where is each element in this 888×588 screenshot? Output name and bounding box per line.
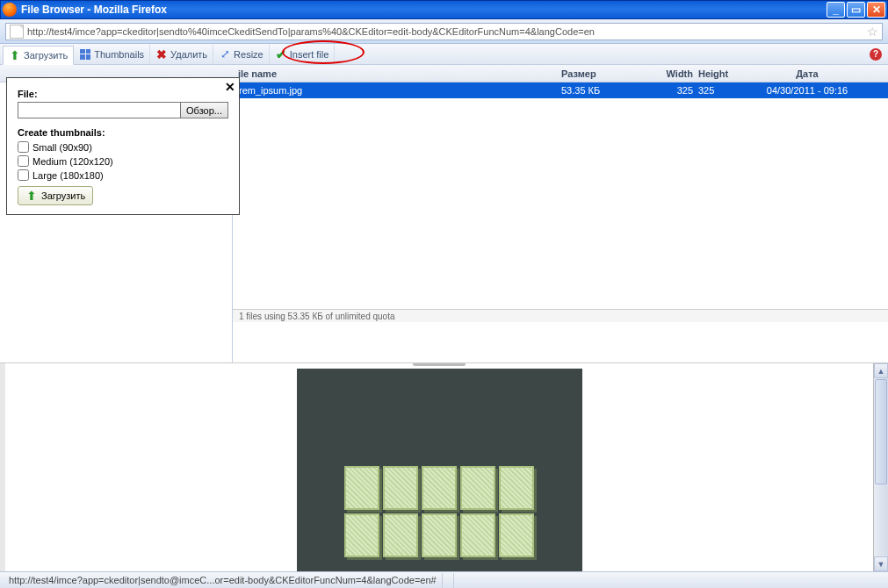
upload-button[interactable]: ⬆ Загрузить [3, 46, 74, 65]
thumb-large-checkbox[interactable] [18, 169, 29, 181]
thumbnails-icon [79, 48, 91, 61]
insert-label: Insert file [290, 49, 329, 60]
cell-size: 53.35 КБ [561, 85, 649, 96]
file-label: File: [18, 89, 228, 99]
statusbar: http://test4/imce?app=ckeditor|sendto@im… [0, 571, 888, 588]
bookmark-star-icon[interactable]: ☆ [867, 25, 878, 39]
resize-handle[interactable] [413, 363, 466, 366]
delete-label: Удалить [170, 49, 207, 60]
thumbnails-button[interactable]: Thumbnails [74, 45, 150, 64]
scroll-thumb[interactable] [875, 379, 887, 484]
preview-main [5, 363, 873, 571]
header-size[interactable]: Размер [561, 68, 649, 79]
close-button[interactable]: ✕ [867, 2, 885, 18]
resize-label: Resize [234, 49, 264, 60]
thumbnails-label: Thumbnails [94, 49, 144, 60]
page-icon [10, 25, 24, 39]
thumb-small-checkbox[interactable] [18, 141, 29, 153]
upload-icon: ⬆ [25, 190, 38, 202]
dialog-close-icon[interactable]: ✕ [225, 80, 235, 94]
imce-toolbar: ⬆ Загрузить Thumbnails ✖ Удалить ⤢ Resiz… [0, 44, 888, 65]
delete-icon: ✖ [155, 48, 168, 61]
addressbar[interactable]: http://test4/imce?app=ckeditor|sendto%40… [5, 23, 883, 40]
preview-image [297, 369, 582, 571]
upload-icon: ⬆ [9, 49, 21, 61]
delete-button[interactable]: ✖ Удалить [150, 45, 213, 64]
window-title: File Browser - Mozilla Firefox [21, 4, 827, 16]
insert-file-button[interactable]: ✔ Insert file [270, 45, 336, 64]
upload-label: Загрузить [24, 50, 68, 61]
url-text: http://test4/imce?app=ckeditor|sendto%40… [27, 26, 595, 37]
header-date[interactable]: Дата [741, 68, 873, 79]
thumb-medium-label: Medium (120x120) [32, 156, 113, 167]
check-icon: ✔ [275, 48, 287, 61]
thumb-large-label: Large (180x180) [32, 170, 104, 181]
help-icon[interactable]: ? [870, 48, 882, 61]
cell-height: 325 [693, 85, 741, 96]
thumbs-label: Create thumbnails: [18, 127, 228, 138]
resize-button[interactable]: ⤢ Resize [213, 45, 270, 64]
upload-submit-button[interactable]: ⬆ Загрузить [18, 186, 93, 205]
header-width[interactable]: Width [649, 68, 693, 79]
minimize-button[interactable]: _ [827, 2, 845, 18]
header-height[interactable]: Height [693, 68, 741, 79]
resize-icon: ⤢ [219, 48, 231, 61]
status-seg-2 [443, 573, 454, 588]
scroll-down-icon[interactable]: ▼ [874, 556, 888, 571]
file-input[interactable] [18, 102, 180, 118]
thumb-medium-checkbox[interactable] [18, 155, 29, 167]
preview-pane: ▲ ▼ [0, 362, 888, 571]
cell-date: 04/30/2011 - 09:16 [741, 85, 873, 96]
scroll-up-icon[interactable]: ▲ [874, 363, 888, 378]
upload-dialog: ✕ File: Обзор... Create thumbnails: Smal… [6, 77, 240, 215]
status-link: http://test4/imce?app=ckeditor|sendto@im… [4, 573, 443, 588]
window-titlebar: File Browser - Mozilla Firefox _ ▭ ✕ [0, 0, 888, 19]
cell-width: 325 [649, 85, 693, 96]
browse-button[interactable]: Обзор... [180, 102, 228, 118]
thumb-small-label: Small (90x90) [32, 142, 92, 153]
addressbar-row: http://test4/imce?app=ckeditor|sendto%40… [0, 19, 888, 44]
firefox-icon [3, 3, 17, 17]
preview-scrollbar[interactable]: ▲ ▼ [873, 363, 888, 571]
maximize-button[interactable]: ▭ [847, 2, 865, 18]
upload-submit-label: Загрузить [41, 190, 85, 201]
